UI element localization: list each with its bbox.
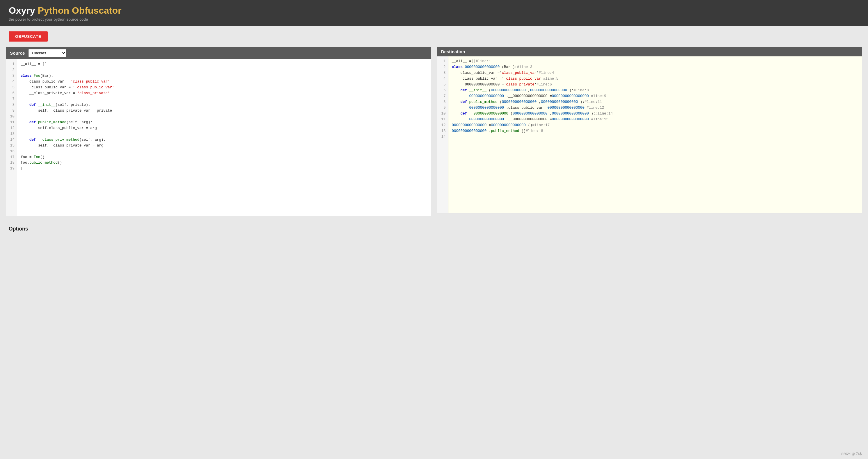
classes-dropdown[interactable]: Classes Functions Variables	[29, 49, 66, 57]
footer: Options	[0, 221, 868, 237]
destination-line-numbers: 12345 678910 11121314	[437, 56, 448, 213]
source-panel: Source Classes Functions Variables 12345…	[6, 47, 431, 216]
source-code-area: 12345 678910 1112131415 16171819 __all__…	[6, 59, 431, 216]
toolbar: OBFUSCATE	[0, 26, 868, 47]
destination-code-content: __all__ =[]#line:1 class 000000000000000…	[448, 56, 862, 213]
source-panel-header: Source Classes Functions Variables	[6, 47, 431, 59]
destination-panel-header: Destination	[437, 47, 863, 56]
app-header: Oxyry Python Obfuscator the power to pro…	[0, 0, 868, 26]
destination-code-area: 12345 678910 11121314 __all__ =[]#line:1…	[437, 56, 863, 214]
destination-panel: Destination 12345 678910 11121314 __all_…	[437, 47, 863, 216]
main-area: Source Classes Functions Variables 12345…	[0, 47, 868, 216]
title-yellow: Python Obfuscator	[38, 5, 122, 16]
source-label: Source	[10, 51, 25, 56]
title-plain: Oxyry	[9, 5, 35, 16]
copyright: ©2024 @ 乃木	[841, 452, 862, 456]
options-heading: Options	[9, 226, 859, 232]
source-code-editor[interactable]: __all__ = [] class Foo(Bar): class_publi…	[17, 59, 431, 216]
destination-label: Destination	[441, 49, 465, 54]
app-title: Oxyry Python Obfuscator	[9, 5, 859, 16]
app-subtitle: the power to protect your python source …	[9, 17, 859, 22]
obfuscate-button[interactable]: OBFUSCATE	[9, 31, 48, 41]
source-line-numbers: 12345 678910 1112131415 16171819	[6, 59, 17, 216]
